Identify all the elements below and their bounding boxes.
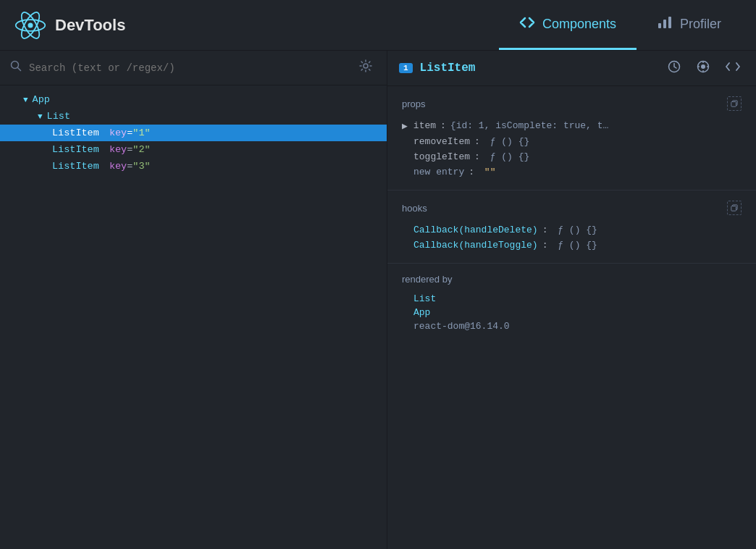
prop-equals: = (127, 127, 133, 138)
props-section-title: props (402, 99, 426, 109)
settings-gear-button[interactable] (355, 58, 377, 77)
prop-row-removeitem: removeItem : ƒ () {} (402, 134, 742, 149)
comp-name: ListItem (52, 144, 99, 155)
svg-rect-5 (663, 20, 666, 28)
components-icon (519, 16, 535, 33)
prop-name: toggleItem (413, 151, 470, 162)
component-tree: ▼ App ▼ List ListItem key = "1" ListItem… (0, 85, 387, 549)
prop-value: {id: 1, isComplete: true, t… (450, 120, 608, 131)
prop-value: ƒ () {} (484, 151, 529, 162)
header-tabs: Components Profiler (499, 0, 742, 50)
hook-name: Callback(handleToggle) (413, 240, 538, 251)
hook-value: ƒ () {} (552, 225, 597, 235)
arrow-icon: ▼ (38, 112, 43, 121)
profiler-icon (657, 16, 673, 33)
logo-section: DevTools (14, 9, 125, 41)
svg-line-8 (18, 68, 21, 71)
source-button[interactable] (721, 59, 744, 77)
component-badge: 1 (399, 63, 413, 73)
tree-item-list[interactable]: ▼ List (0, 108, 387, 125)
prop-row-item[interactable]: ▶ item : {id: 1, isComplete: true, t… (402, 118, 742, 134)
suspend-button[interactable] (663, 58, 685, 78)
svg-point-12 (701, 64, 705, 69)
rendered-by-list[interactable]: List (402, 292, 742, 306)
svg-point-9 (364, 64, 368, 68)
rendered-by-reactdom: react-dom@16.14.0 (402, 319, 742, 333)
hooks-section: hooks Callback(handleDelete) : ƒ () {} C… (387, 190, 756, 264)
app-header: DevTools Components Profiler (0, 0, 756, 51)
svg-rect-6 (668, 17, 671, 28)
component-header-name: ListItem (420, 62, 656, 75)
tab-profiler[interactable]: Profiler (637, 0, 742, 50)
tree-item-listitem2[interactable]: ListItem key = "2" (0, 141, 387, 158)
right-panel: 1 ListItem (387, 51, 756, 549)
rendered-by-section: rendered by List App react-dom@16.14.0 (387, 264, 756, 343)
props-section: props ▶ item : {id: 1, isComplete: true,… (387, 86, 756, 190)
prop-val: "3" (133, 161, 150, 172)
search-bar (0, 51, 387, 85)
prop-row-toggleitem: toggleItem : ƒ () {} (402, 149, 742, 164)
comp-name: ListItem (52, 161, 99, 172)
inspect-button[interactable] (692, 58, 714, 78)
hooks-section-header: hooks (402, 201, 742, 215)
rendered-by-app[interactable]: App (402, 306, 742, 319)
prop-val: "1" (133, 127, 150, 138)
comp-name: App (33, 94, 50, 105)
hook-row-handledelete: Callback(handleDelete) : ƒ () {} (402, 222, 742, 238)
copy-hooks-button[interactable] (727, 201, 742, 215)
tab-profiler-label: Profiler (680, 17, 721, 32)
rendered-by-header: rendered by (402, 274, 742, 285)
hook-row-handletoggle: Callback(handleToggle) : ƒ () {} (402, 238, 742, 253)
prop-equals: = (127, 144, 133, 155)
tab-components-label: Components (542, 17, 616, 32)
react-logo-icon (14, 9, 46, 41)
hook-name: Callback(handleDelete) (413, 225, 538, 235)
hooks-section-title: hooks (402, 203, 427, 214)
search-input[interactable] (29, 62, 348, 74)
svg-rect-17 (731, 102, 736, 107)
svg-rect-4 (658, 23, 661, 28)
prop-value-newentry: "" (479, 167, 495, 177)
prop-row-newentry: new entry : "" (402, 164, 742, 180)
prop-val: "2" (133, 144, 150, 155)
svg-rect-18 (731, 206, 736, 211)
prop-name: removeItem (413, 136, 470, 147)
main-content: ▼ App ▼ List ListItem key = "1" ListItem… (0, 51, 756, 549)
svg-point-0 (28, 22, 33, 28)
expand-arrow-icon: ▶ (402, 120, 408, 132)
prop-value: ƒ () {} (484, 136, 529, 147)
copy-props-button[interactable] (727, 96, 742, 111)
prop-name-gray: new entry (413, 167, 464, 177)
tree-item-app[interactable]: ▼ App (0, 91, 387, 108)
comp-name: ListItem (52, 127, 99, 138)
right-panel-header: 1 ListItem (387, 51, 756, 86)
props-section-header: props (402, 96, 742, 111)
prop-equals: = (127, 161, 133, 172)
rendered-by-title: rendered by (402, 274, 452, 285)
header-actions (663, 58, 744, 78)
left-panel: ▼ App ▼ List ListItem key = "1" ListItem… (0, 51, 387, 549)
prop-name: item (413, 120, 436, 131)
tree-item-listitem1[interactable]: ListItem key = "1" (0, 125, 387, 141)
tab-components[interactable]: Components (499, 0, 637, 50)
tree-item-listitem3[interactable]: ListItem key = "3" (0, 158, 387, 175)
comp-name: List (47, 111, 70, 122)
prop-key: key (104, 127, 127, 138)
app-title: DevTools (55, 16, 125, 35)
hook-value: ƒ () {} (552, 240, 597, 251)
arrow-icon: ▼ (23, 96, 28, 104)
search-icon (10, 60, 22, 75)
prop-key: key (104, 144, 127, 155)
prop-key: key (104, 161, 127, 172)
